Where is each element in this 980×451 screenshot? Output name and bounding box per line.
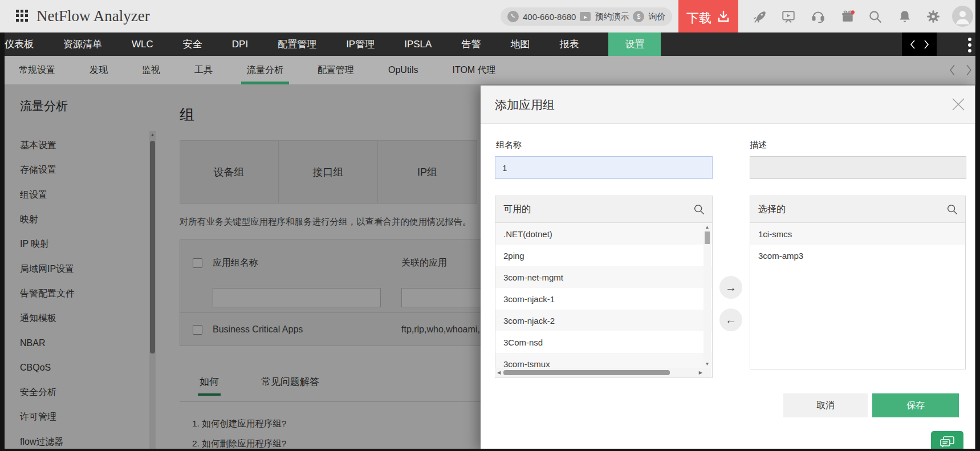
chat-widget-button[interactable]: [931, 431, 963, 451]
download-icon: [717, 10, 730, 27]
modal-header: 添加应用组: [481, 86, 975, 124]
cancel-button[interactable]: 取消: [783, 393, 868, 417]
available-list-item[interactable]: .NET(dotnet): [495, 223, 712, 245]
available-vertical-scrollbar[interactable]: ▲ ▼: [704, 224, 711, 367]
main-nav-item[interactable]: 资源清单: [63, 32, 102, 56]
scroll-right-icon[interactable]: ▶: [699, 370, 702, 375]
arrow-right-icon: →: [725, 281, 737, 294]
selected-list: 1ci-smcs3com-amp3: [750, 223, 965, 369]
sub-nav-item[interactable]: 工具: [194, 56, 213, 84]
sub-nav-item[interactable]: 监视: [142, 56, 160, 84]
main-nav-item[interactable]: 配置管理: [278, 32, 316, 56]
close-icon[interactable]: [950, 96, 967, 113]
main-nav-item[interactable]: DPI: [232, 32, 248, 56]
available-list: .NET(dotnet)2ping3com-net-mgmt3com-njack…: [495, 223, 712, 368]
main-nav-item[interactable]: 地图: [510, 32, 530, 56]
move-right-button[interactable]: →: [719, 276, 742, 299]
available-title: 可用的: [503, 196, 531, 222]
main-nav-item[interactable]: 设置: [608, 32, 661, 56]
available-list-item[interactable]: 3com-net-mgmt: [495, 266, 712, 288]
nav-scroll-controls: [902, 32, 937, 56]
get-quote-link[interactable]: 询价: [648, 11, 665, 22]
settings-gear-icon[interactable]: [926, 9, 941, 24]
group-name-input[interactable]: [495, 156, 713, 179]
selected-title: 选择的: [758, 196, 786, 222]
sub-nav-item[interactable]: 流量分析: [247, 56, 283, 84]
support-headset-icon[interactable]: [811, 9, 826, 24]
scroll-up-icon[interactable]: ▲: [704, 225, 711, 230]
selected-list-item[interactable]: 3com-amp3: [750, 245, 965, 266]
save-button[interactable]: 保存: [872, 393, 959, 417]
available-list-item[interactable]: 3Com-nsd: [495, 331, 712, 353]
main-nav-item[interactable]: IPSLA: [404, 32, 432, 56]
sub-nav-item[interactable]: 发现: [90, 56, 108, 84]
main-nav: 仪表板资源清单WLC安全DPI配置管理IP管理IPSLA告警地图报表设置: [0, 32, 980, 56]
phone-icon: [507, 11, 519, 22]
available-list-item[interactable]: 3com-njack-1: [495, 288, 712, 310]
modal-title: 添加应用组: [495, 86, 555, 124]
description-input[interactable]: [750, 156, 966, 179]
sub-nav-item[interactable]: ITOM 代理: [452, 56, 495, 84]
arrow-left-icon: ←: [725, 314, 737, 327]
nav-overflow-menu-icon[interactable]: [967, 38, 972, 52]
main-nav-item[interactable]: WLC: [132, 32, 153, 56]
price-icon: $: [633, 11, 644, 22]
page-right-edge: [975, 0, 980, 451]
add-app-group-modal: 添加应用组 组名称 描述 可用的 .NET(dotnet)2ping3com-n…: [481, 86, 975, 451]
main-nav-item[interactable]: 仪表板: [5, 32, 34, 56]
demo-screen-icon[interactable]: [781, 9, 796, 24]
main-nav-item[interactable]: 告警: [461, 32, 481, 56]
sub-nav-item[interactable]: 配置管理: [318, 56, 354, 84]
available-list-item[interactable]: 2ping: [495, 245, 712, 266]
scroll-down-icon[interactable]: ▼: [704, 361, 711, 367]
user-avatar[interactable]: [952, 6, 973, 27]
group-name-label: 组名称: [496, 140, 522, 151]
sub-nav-item[interactable]: OpUtils: [388, 56, 418, 84]
horizontal-scroll-thumb[interactable]: [503, 370, 670, 375]
available-list-item[interactable]: 3com-njack-2: [495, 310, 712, 331]
selected-search-icon[interactable]: [946, 203, 958, 216]
rocket-icon[interactable]: [753, 9, 767, 24]
vertical-scroll-thumb[interactable]: [705, 231, 710, 244]
page-bottom-edge: [0, 449, 980, 451]
contact-pill: 400-660-8680 ▸ 预约演示 $ 询价: [501, 7, 672, 26]
selected-panel-header: 选择的: [750, 196, 965, 223]
selected-list-item[interactable]: 1ci-smcs: [750, 223, 965, 245]
notifications-bell-icon[interactable]: [897, 9, 912, 24]
scroll-left-icon[interactable]: ◀: [497, 370, 501, 375]
available-list-item[interactable]: 3com-tsmux: [495, 353, 712, 368]
main-nav-item[interactable]: IP管理: [346, 32, 375, 56]
gift-icon[interactable]: [840, 9, 855, 24]
search-icon[interactable]: [868, 9, 883, 24]
page-left-edge: [0, 32, 5, 451]
nav-scroll-left-icon[interactable]: [910, 40, 916, 49]
available-horizontal-scrollbar[interactable]: ◀ ▶: [496, 368, 711, 377]
settings-sub-nav: 常规设置发现监视工具流量分析配置管理OpUtilsITOM 代理: [0, 56, 980, 84]
available-panel: 可用的 .NET(dotnet)2ping3com-net-mgmt3com-n…: [495, 196, 713, 378]
sub-nav-item[interactable]: 常规设置: [19, 56, 55, 84]
subnav-scroll-left-icon[interactable]: [949, 63, 955, 78]
main-nav-item[interactable]: 报表: [559, 32, 579, 56]
available-panel-header: 可用的: [495, 196, 712, 223]
available-search-icon[interactable]: [693, 203, 705, 216]
book-demo-link[interactable]: 预约演示: [595, 11, 629, 22]
app-title: NetFlow Analyzer: [36, 0, 150, 32]
apps-grid-icon[interactable]: [16, 10, 30, 23]
demo-icon: ▸: [580, 12, 591, 21]
selected-panel: 选择的 1ci-smcs3com-amp3: [750, 196, 966, 369]
subnav-scroll-right-icon[interactable]: [966, 63, 973, 78]
main-nav-item[interactable]: 安全: [183, 32, 202, 56]
move-left-button[interactable]: ←: [719, 308, 742, 331]
netflow-analyzer-app: NetFlow Analyzer 400-660-8680 ▸ 预约演示 $ 询…: [0, 0, 980, 451]
download-button[interactable]: 下载: [678, 0, 738, 36]
description-label: 描述: [750, 140, 767, 151]
top-bar: NetFlow Analyzer 400-660-8680 ▸ 预约演示 $ 询…: [0, 0, 980, 33]
phone-number[interactable]: 400-660-8680: [523, 12, 576, 22]
nav-scroll-right-icon[interactable]: [924, 40, 929, 49]
